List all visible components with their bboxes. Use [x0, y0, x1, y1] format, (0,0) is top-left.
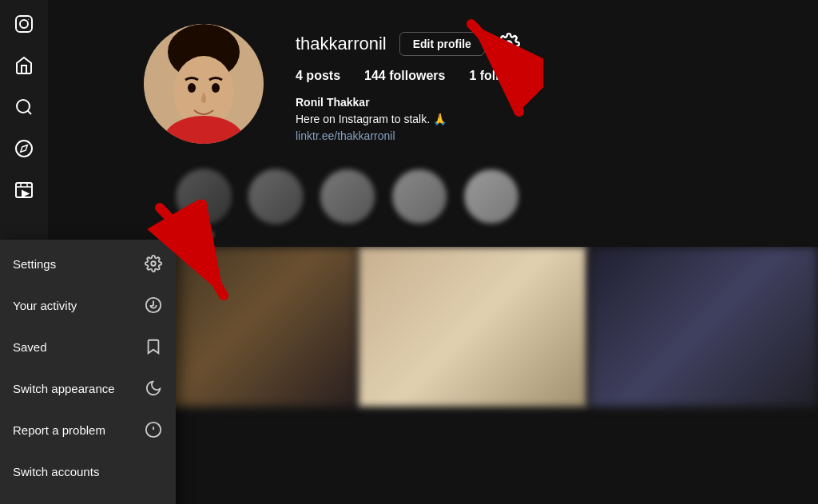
highlights-row: Delhi — [48, 161, 818, 247]
posts-stat: 4 posts — [296, 69, 340, 83]
grid-item-3[interactable] — [589, 247, 818, 407]
followers-stat[interactable]: 144 followers — [364, 69, 445, 83]
highlight-item-5[interactable] — [463, 169, 519, 239]
menu-item-activity[interactable]: Your activity — [0, 284, 176, 326]
saved-label: Saved — [13, 340, 47, 354]
profile-bio: Ronil Thakkar Here on Instagram to stalk… — [296, 94, 786, 145]
menu-item-logout[interactable]: Log out — [0, 492, 176, 504]
svg-point-3 — [17, 100, 30, 113]
explore-icon[interactable] — [13, 137, 35, 160]
settings-label: Settings — [13, 257, 56, 271]
avatar-image — [144, 24, 264, 144]
home-icon[interactable] — [13, 54, 35, 77]
moon-icon — [144, 379, 163, 398]
bio-name: Ronil Thakkar — [296, 94, 786, 111]
svg-marker-6 — [21, 145, 27, 152]
profile-info: thakkarronil Edit profile 4 posts 144 fo… — [296, 24, 786, 145]
profile-stats: 4 posts 144 followers 1 following — [296, 69, 786, 83]
svg-point-24 — [188, 83, 196, 93]
switch-icon — [144, 462, 163, 481]
grid-item-2[interactable] — [359, 247, 588, 407]
svg-line-4 — [28, 111, 31, 114]
menu-item-saved[interactable]: Saved — [0, 326, 176, 367]
highlight-item-1[interactable]: Delhi — [176, 169, 232, 239]
highlight-item-2[interactable] — [248, 169, 304, 239]
switch-accounts-label: Switch accounts — [13, 465, 99, 478]
followers-count: 144 followers — [364, 69, 445, 82]
report-label: Report a problem — [13, 423, 105, 437]
appearance-label: Switch appearance — [13, 382, 115, 395]
activity-label: Your activity — [13, 299, 77, 312]
username: thakkarronil — [296, 34, 387, 54]
report-icon — [144, 420, 163, 439]
activity-icon — [144, 296, 163, 315]
svg-point-25 — [212, 83, 220, 93]
highlight-item-4[interactable] — [391, 169, 447, 239]
profile-header: thakkarronil Edit profile 4 posts 144 fo… — [48, 0, 818, 161]
profile-avatar — [144, 24, 264, 144]
profile-top-row: thakkarronil Edit profile — [296, 32, 786, 56]
menu-item-report[interactable]: Report a problem — [0, 409, 176, 450]
svg-point-5 — [16, 141, 32, 157]
reels-icon[interactable] — [13, 179, 35, 201]
menu-item-settings[interactable]: Settings — [0, 243, 176, 284]
menu-item-switch-accounts[interactable]: Switch accounts — [0, 450, 176, 492]
settings-icon — [144, 254, 163, 273]
following-stat[interactable]: 1 following — [469, 69, 536, 83]
edit-profile-button[interactable]: Edit profile — [399, 32, 485, 56]
bio-link[interactable]: linktr.ee/thakkarronil — [296, 128, 786, 145]
bookmark-icon — [144, 337, 163, 356]
svg-point-26 — [506, 42, 511, 47]
bio-line1: Here on Instagram to stalk. 🙏 — [296, 111, 786, 128]
svg-marker-11 — [22, 191, 28, 196]
instagram-logo-icon[interactable] — [13, 13, 35, 35]
svg-rect-0 — [16, 16, 32, 32]
posts-count: 4 — [296, 69, 303, 82]
search-icon[interactable] — [13, 96, 35, 118]
dropdown-menu: Settings Your activity Saved Switch appe… — [0, 240, 176, 504]
svg-point-1 — [20, 20, 28, 28]
photo-grid — [128, 247, 818, 423]
following-count: 1 following — [469, 69, 536, 82]
menu-item-appearance[interactable]: Switch appearance — [0, 367, 176, 409]
svg-point-2 — [28, 19, 29, 20]
svg-point-15 — [151, 261, 156, 266]
highlight-item-3[interactable] — [320, 169, 375, 239]
profile-settings-gear-icon[interactable] — [498, 33, 520, 55]
